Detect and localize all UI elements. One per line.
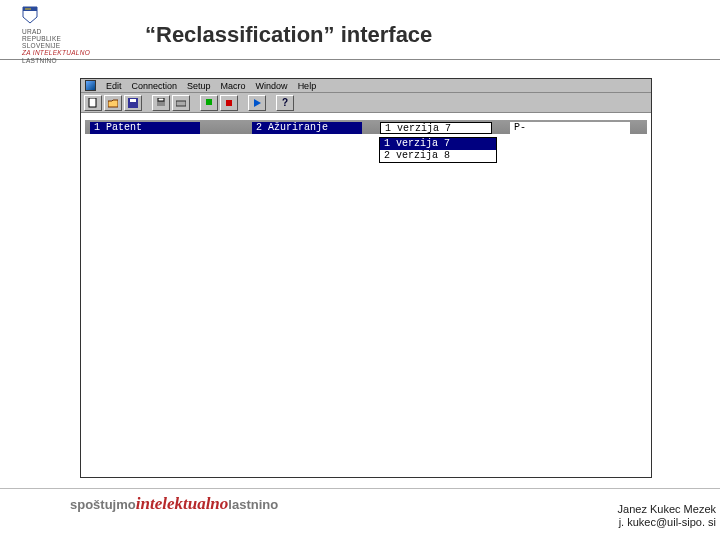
menu-edit[interactable]: Edit [106,81,122,91]
dropdown-item[interactable]: 2 verzija 8 [380,150,496,162]
agency-logo-text: URAD REPUBLIKE SLOVENIJE ZA INTELEKTUALN… [22,28,92,64]
field-action[interactable]: 2 Ažuriranje [252,122,362,134]
play-button[interactable] [248,95,266,111]
version-dropdown[interactable]: 1 verzija 7 2 verzija 8 [379,137,497,163]
menu-window[interactable]: Window [256,81,288,91]
print-button[interactable] [152,95,170,111]
disconnect-button[interactable] [220,95,238,111]
field-type[interactable]: 1 Patent [90,122,200,134]
shield-icon [22,6,38,24]
field-version[interactable]: 1 verzija 7 [380,122,492,134]
open-button[interactable] [104,95,122,111]
svg-rect-7 [158,98,164,101]
save-button[interactable] [124,95,142,111]
menu-setup[interactable]: Setup [187,81,211,91]
terminal-window: Edit Connection Setup Macro Window Help … [80,78,652,478]
menu-help[interactable]: Help [298,81,317,91]
menu-bar: Edit Connection Setup Macro Window Help [81,79,651,93]
svg-rect-6 [157,101,165,106]
system-menu-icon[interactable] [85,80,96,91]
menu-connection[interactable]: Connection [132,81,178,91]
menu-macro[interactable]: Macro [221,81,246,91]
svg-rect-5 [130,99,136,102]
footer-brand: spoštujmointelektualnolastnino [70,494,278,514]
slide-header: URAD REPUBLIKE SLOVENIJE ZA INTELEKTUALN… [0,0,720,60]
svg-point-2 [29,8,31,10]
slide-footer: spoštujmointelektualnolastnino Janez Kuk… [0,488,720,540]
svg-point-1 [27,8,29,10]
page-title: “Reclassification” interface [145,22,432,48]
author-name: Janez Kukec Mezek [618,503,716,517]
help-icon: ? [282,97,288,108]
svg-rect-3 [89,98,96,107]
svg-rect-9 [206,99,212,105]
dropdown-item[interactable]: 1 verzija 7 [380,138,496,150]
footer-author: Janez Kukec Mezek j. kukec@uil-sipo. si [618,503,716,531]
client-area: 1 Patent 2 Ažuriranje 1 verzija 7 P- 1 v… [81,113,651,477]
svg-rect-10 [226,100,232,106]
help-button[interactable]: ? [276,95,294,111]
svg-point-0 [25,8,27,10]
new-doc-button[interactable] [84,95,102,111]
field-code[interactable]: P- [510,122,630,134]
agency-logo: URAD REPUBLIKE SLOVENIJE ZA INTELEKTUALN… [22,6,92,64]
svg-rect-8 [176,101,186,106]
disk-button[interactable] [172,95,190,111]
author-email: j. kukec@uil-sipo. si [618,516,716,530]
connect-button[interactable] [200,95,218,111]
toolbar: ? [81,93,651,113]
